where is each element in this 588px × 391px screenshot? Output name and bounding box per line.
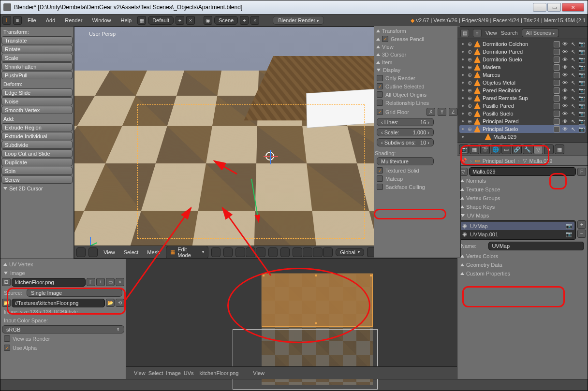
eye-icon[interactable]: 👁 [562, 49, 568, 55]
edge-sel-icon[interactable] [246, 247, 255, 257]
pivot-point-icon[interactable] [223, 247, 233, 257]
outliner-view-menu[interactable]: View [485, 30, 497, 36]
constraints-tab-icon[interactable]: 🔗 [512, 145, 522, 154]
eye-icon[interactable]: 👁 [562, 126, 568, 132]
render-icon[interactable]: 📷 [578, 64, 585, 71]
shrink-fatten-button[interactable]: Shrink/Fatten [1, 62, 73, 71]
window-maximize-button[interactable]: ▭ [547, 3, 561, 12]
view-as-render-check[interactable]: View as Render [2, 334, 124, 343]
render-icon[interactable]: 📷 [578, 87, 585, 94]
render-engine-select[interactable]: Blender Render ▾ [273, 16, 324, 25]
fake-user-button[interactable]: F [577, 168, 586, 176]
cursor-icon[interactable]: ↖ [570, 95, 576, 101]
backface-culling-check[interactable]: Backface Culling [375, 183, 459, 191]
axis-z-button[interactable]: Z [449, 108, 457, 116]
outliner-row[interactable]: ⊕Pared Remate Sup👁↖📷 [459, 94, 586, 102]
outliner-row[interactable]: ⊕Pasillo Suelo👁↖📷 [459, 110, 586, 117]
object-tab-icon[interactable]: ▭ [501, 145, 511, 154]
scale-field[interactable]: ‹ Scale:1.000 › [377, 128, 434, 136]
render-icon[interactable]: 📷 [578, 103, 585, 109]
scene-browse-icon[interactable]: ◉ [204, 16, 212, 25]
geometry-data-section[interactable]: Geometry Data [459, 261, 586, 269]
render-tab-icon[interactable]: 📷 [459, 145, 469, 154]
render-icon[interactable]: 📷 [578, 41, 585, 47]
outliner-row[interactable]: ⊕Madera👁↖📷 [459, 63, 586, 71]
outline-selected-check[interactable]: ✓Outline Selected [375, 82, 459, 90]
editor-type-icon[interactable]: i [2, 16, 11, 25]
transform-section[interactable]: Transform [375, 27, 459, 35]
menu-window[interactable]: Window [88, 16, 115, 24]
display-section[interactable]: Display [375, 66, 459, 74]
noise-button[interactable]: Noise [1, 97, 73, 105]
eye-icon[interactable]: 👁 [562, 64, 568, 70]
uv-add-button[interactable]: + [577, 220, 586, 229]
open-file-button[interactable]: 📂 [106, 299, 115, 307]
render-icon[interactable]: 📷 [578, 72, 585, 78]
eye-icon[interactable]: 👁 [562, 72, 568, 78]
render-icon[interactable]: 📷 [578, 126, 585, 132]
textured-solid-check[interactable]: ✓Textured Solid [375, 166, 459, 174]
image-remove-button[interactable]: × [116, 278, 124, 286]
mesh-menu[interactable]: Mesh [144, 248, 163, 256]
menu-help[interactable]: Help [117, 16, 136, 24]
eye-icon[interactable]: 👁 [562, 103, 568, 109]
color-space-select[interactable]: sRGB⇕ [2, 325, 124, 333]
source-select[interactable]: Single Image [27, 289, 122, 297]
outliner-row[interactable]: ⊕Objetos Metal👁↖📷 [459, 79, 586, 87]
prop-edit-icon[interactable] [280, 247, 290, 257]
shape-keys-section[interactable]: Shape Keys [459, 203, 586, 211]
uv-select-menu[interactable]: Select [148, 370, 163, 376]
texture-tab-icon[interactable]: ▦ [555, 145, 564, 154]
push-pull-button[interactable]: Push/Pull [1, 71, 73, 79]
cursor-icon[interactable]: ↖ [570, 64, 576, 71]
window-minimize-button[interactable]: — [533, 3, 546, 12]
collapse-menus-icon[interactable] [88, 247, 98, 257]
item-section[interactable]: Item [375, 58, 459, 66]
lines-field[interactable]: ‹ Lines:16 › [377, 118, 434, 126]
uv-image-menu[interactable]: Image [166, 370, 181, 376]
outliner-row[interactable]: ⊕Principal Suelo👁↖📷 [459, 125, 586, 133]
uv-maps-section[interactable]: UV Maps [459, 212, 586, 219]
uv-image-view[interactable]: View Select Image UVs kitchenFloor.png V… [126, 259, 457, 379]
mesh-data-tab-icon[interactable]: ▽ [533, 145, 543, 154]
mesh-name-field[interactable]: Malla.029 [469, 167, 576, 176]
normals-section[interactable]: Normals [459, 177, 586, 185]
subdivide-button[interactable]: Subdivide [1, 141, 73, 149]
vertex-colors-section[interactable]: Vertex Colors [459, 252, 586, 260]
outliner-search-menu[interactable]: Search [501, 30, 518, 36]
manipulator-icon[interactable] [293, 247, 302, 257]
translate-manip-icon[interactable] [303, 247, 312, 257]
texture-space-section[interactable]: Texture Space [459, 186, 586, 193]
uv-uvs-menu[interactable]: UVs [184, 370, 194, 376]
vertex-sel-icon[interactable] [235, 247, 245, 257]
uv-map-row[interactable]: ◉UVMap.001📷 [460, 230, 574, 238]
rotate-manip-icon[interactable] [313, 247, 323, 257]
pin-icon[interactable]: 📌 [460, 158, 467, 164]
modifiers-tab-icon[interactable]: 🔧 [523, 145, 532, 154]
face-sel-icon[interactable] [256, 247, 265, 257]
eye-icon[interactable]: 👁 [562, 87, 568, 93]
cursor-icon[interactable]: ↖ [570, 126, 576, 132]
duplicate-button[interactable]: Duplicate [1, 158, 73, 166]
world-tab-icon[interactable]: 🌐 [491, 145, 500, 154]
spin-button[interactable]: Spin [1, 167, 73, 175]
render-icon[interactable]: 📷 [578, 111, 585, 117]
scene-tab-icon[interactable]: 🎬 [480, 145, 490, 154]
relationship-lines-check[interactable]: Relationship Lines [375, 99, 459, 107]
image-section[interactable]: Image [2, 269, 124, 277]
cursor-icon[interactable]: ↖ [570, 57, 576, 63]
view-section[interactable]: View [375, 43, 459, 51]
collapse-menus-icon[interactable]: ≡ [473, 29, 482, 37]
cursor-icon[interactable]: ↖ [570, 87, 576, 94]
material-tab-icon[interactable]: ● [544, 145, 554, 154]
collapse-menus-icon[interactable]: ≡ [13, 16, 22, 25]
outliner-row[interactable]: Malla.029 [459, 133, 586, 141]
scene-select[interactable]: Scene [214, 16, 238, 25]
eye-icon[interactable]: 👁 [562, 57, 568, 62]
image-path-field[interactable]: //Textures\kitchenFloor.png [12, 299, 105, 307]
render-icon[interactable]: 📷 [578, 49, 585, 55]
layout-remove-button[interactable]: × [186, 16, 195, 25]
uv-map-row[interactable]: ◉UVMap📷 [460, 222, 574, 230]
use-alpha-check[interactable]: ✓Use Alpha [2, 344, 124, 352]
select-menu[interactable]: Select [121, 248, 142, 256]
